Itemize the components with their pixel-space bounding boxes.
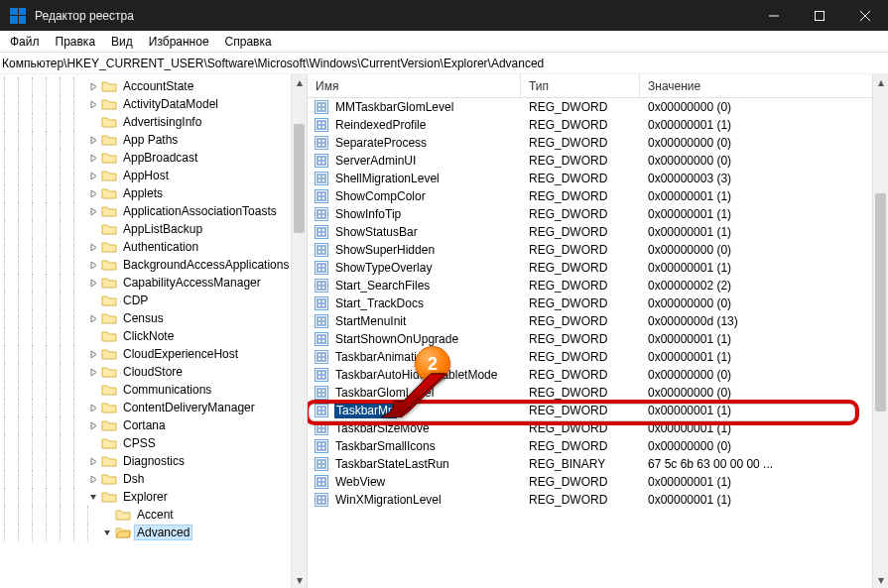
menu-edit[interactable]: Правка	[48, 33, 104, 51]
value-row[interactable]: ShellMigrationLevelREG_DWORD0x00000003 (…	[308, 170, 888, 187]
tree-expand-icon[interactable]	[87, 491, 99, 503]
value-type: REG_BINARY	[521, 457, 640, 471]
col-name[interactable]: Имя	[308, 74, 521, 97]
tree-node[interactable]: App Paths	[0, 131, 307, 149]
menu-view[interactable]: Вид	[103, 33, 141, 51]
tree-node[interactable]: AppHost	[0, 167, 307, 184]
value-row[interactable]: Start_TrackDocsREG_DWORD0x00000000 (0)	[308, 294, 888, 312]
tree-expand-icon[interactable]	[87, 384, 99, 396]
value-row[interactable]: ShowInfoTipREG_DWORD0x00000001 (1)	[308, 205, 888, 223]
tree-node[interactable]: Accent	[0, 506, 307, 524]
value-row[interactable]: StartShownOnUpgradeREG_DWORD0x00000001 (…	[308, 330, 888, 348]
menu-favorites[interactable]: Избранное	[141, 33, 217, 51]
tree-expand-icon[interactable]	[87, 473, 99, 485]
tree-node-label: ClickNote	[121, 329, 176, 343]
scroll-down-icon[interactable]: ▾	[873, 572, 888, 588]
tree-expand-icon[interactable]	[87, 80, 99, 92]
tree-expand-icon[interactable]	[87, 437, 99, 449]
tree-expand-icon[interactable]	[87, 259, 99, 271]
tree-node[interactable]: CPSS	[0, 434, 307, 452]
value-row[interactable]: TaskbarSmallIconsREG_DWORD0x00000000 (0)	[308, 437, 888, 455]
value-row[interactable]: MMTaskbarGlomLevelREG_DWORD0x00000000 (0…	[308, 98, 888, 116]
scroll-up-icon[interactable]: ▴	[873, 74, 888, 90]
tree-expand-icon[interactable]	[87, 170, 99, 181]
tree-node[interactable]: AdvertisingInfo	[0, 113, 307, 131]
tree-expand-icon[interactable]	[87, 241, 99, 253]
value-row[interactable]: SeparateProcessREG_DWORD0x00000000 (0)	[308, 134, 888, 152]
tree-scrollbar[interactable]: ▴ ▾	[291, 74, 307, 588]
tree-node[interactable]: ActivityDataModel	[0, 95, 307, 113]
value-row[interactable]: TaskbarMnREG_DWORD0x00000001 (1)	[308, 402, 888, 419]
tree-expand-icon[interactable]	[87, 348, 99, 360]
value-row[interactable]: ShowCompColorREG_DWORD0x00000001 (1)	[308, 187, 888, 205]
list-scrollbar[interactable]: ▴ ▾	[872, 74, 888, 588]
value-row[interactable]: ShowSuperHiddenREG_DWORD0x00000000 (0)	[308, 241, 888, 259]
col-value[interactable]: Значение	[640, 74, 888, 97]
value-row[interactable]: ShowTypeOverlayREG_DWORD0x00000001 (1)	[308, 259, 888, 277]
tree-node[interactable]: CapabilityAccessManager	[0, 274, 307, 292]
values-list[interactable]: Имя Тип Значение MMTaskbarGlomLevelREG_D…	[308, 74, 888, 588]
tree-expand-icon[interactable]	[87, 294, 99, 306]
tree-node[interactable]: Dsh	[0, 470, 307, 488]
tree-node[interactable]: CloudExperienceHost	[0, 345, 307, 363]
value-row[interactable]: WebViewREG_DWORD0x00000001 (1)	[308, 473, 888, 491]
tree-node[interactable]: Advanced	[0, 524, 307, 541]
tree-node[interactable]: CDP	[0, 292, 307, 309]
value-row[interactable]: TaskbarStateLastRunREG_BINARY67 5c 6b 63…	[308, 455, 888, 473]
tree-expand-icon[interactable]	[87, 402, 99, 413]
tree-expand-icon[interactable]	[87, 116, 99, 128]
registry-tree[interactable]: AccountStateActivityDataModelAdvertising…	[0, 74, 308, 588]
tree-node[interactable]: Applets	[0, 184, 307, 202]
tree-expand-icon[interactable]	[87, 277, 99, 289]
tree-node[interactable]: CloudStore	[0, 363, 307, 381]
tree-expand-icon[interactable]	[87, 134, 99, 146]
scrollbar-thumb[interactable]	[875, 193, 886, 412]
tree-node[interactable]: ClickNote	[0, 327, 307, 345]
tree-node[interactable]: Diagnostics	[0, 452, 307, 470]
tree-expand-icon[interactable]	[101, 509, 113, 521]
menu-file[interactable]: Файл	[2, 33, 48, 51]
tree-expand-icon[interactable]	[87, 152, 99, 164]
close-button[interactable]	[842, 0, 888, 31]
value-row[interactable]: TaskbarGlomLevelREG_DWORD0x00000000 (0)	[308, 384, 888, 402]
tree-node-label: Dsh	[121, 472, 146, 486]
tree-node[interactable]: ContentDeliveryManager	[0, 399, 307, 416]
tree-expand-icon[interactable]	[87, 187, 99, 199]
maximize-button[interactable]	[797, 0, 842, 31]
tree-node[interactable]: AccountState	[0, 77, 307, 95]
value-row[interactable]: TaskbarAnimationsREG_DWORD0x00000001 (1)	[308, 348, 888, 366]
scroll-up-icon[interactable]: ▴	[292, 74, 307, 90]
tree-expand-icon[interactable]	[87, 330, 99, 342]
tree-expand-icon[interactable]	[87, 366, 99, 378]
scroll-down-icon[interactable]: ▾	[292, 572, 307, 588]
value-row[interactable]: ShowStatusBarREG_DWORD0x00000001 (1)	[308, 223, 888, 241]
tree-node[interactable]: AppListBackup	[0, 220, 307, 238]
value-row[interactable]: WinXMigrationLevelREG_DWORD0x00000001 (1…	[308, 491, 888, 509]
value-row[interactable]: ReindexedProfileREG_DWORD0x00000001 (1)	[308, 116, 888, 134]
tree-expand-icon[interactable]	[87, 419, 99, 431]
tree-expand-icon[interactable]	[87, 205, 99, 217]
menu-help[interactable]: Справка	[217, 33, 280, 51]
tree-expand-icon[interactable]	[87, 98, 99, 110]
value-row[interactable]: ServerAdminUIREG_DWORD0x00000000 (0)	[308, 152, 888, 170]
tree-node[interactable]: BackgroundAccessApplications	[0, 256, 307, 274]
tree-node[interactable]: Explorer	[0, 488, 307, 506]
tree-expand-icon[interactable]	[87, 223, 99, 235]
value-row[interactable]: TaskbarAutoHideInTabletModeREG_DWORD0x00…	[308, 366, 888, 384]
minimize-button[interactable]	[751, 0, 797, 31]
tree-node[interactable]: Communications	[0, 381, 307, 399]
tree-expand-icon[interactable]	[87, 455, 99, 467]
value-row[interactable]: StartMenuInitREG_DWORD0x0000000d (13)	[308, 312, 888, 330]
value-row[interactable]: TaskbarSizeMoveREG_DWORD0x00000001 (1)	[308, 419, 888, 437]
tree-expand-icon[interactable]	[87, 312, 99, 324]
scrollbar-thumb[interactable]	[294, 124, 305, 233]
tree-node[interactable]: Authentication	[0, 238, 307, 256]
tree-node[interactable]: AppBroadcast	[0, 149, 307, 167]
tree-expand-icon[interactable]	[101, 527, 113, 538]
value-row[interactable]: Start_SearchFilesREG_DWORD0x00000002 (2)	[308, 277, 888, 294]
tree-node[interactable]: ApplicationAssociationToasts	[0, 202, 307, 220]
tree-node[interactable]: Census	[0, 309, 307, 327]
address-bar[interactable]: Компьютер\HKEY_CURRENT_USER\Software\Mic…	[0, 53, 888, 74]
col-type[interactable]: Тип	[521, 74, 640, 97]
tree-node[interactable]: Cortana	[0, 416, 307, 434]
